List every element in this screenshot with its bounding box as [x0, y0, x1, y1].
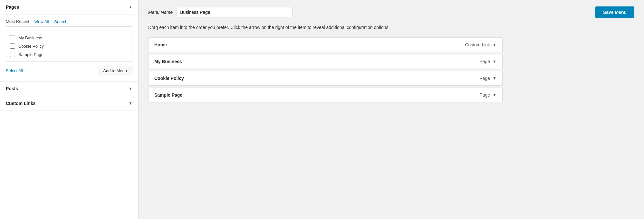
menu-item-mybusiness-type: Page — [479, 59, 490, 64]
tab-view-all[interactable]: View All — [34, 19, 49, 26]
menu-item-home-right: Custom Link ▼ — [465, 42, 496, 47]
menu-item-samplepage-right: Page ▼ — [479, 92, 496, 98]
cookie-policy-label[interactable]: Cookie Policy — [18, 44, 44, 49]
menu-name-group: Menu Name — [148, 7, 293, 17]
custom-links-section-title: Custom Links — [6, 101, 36, 106]
sample-page-label[interactable]: Sample Page — [18, 52, 43, 57]
table-row: My Business Page ▼ — [148, 54, 503, 69]
menu-item-home-name: Home — [154, 42, 167, 47]
pages-tabs-row: Most Recent View All Search — [6, 19, 132, 27]
cookie-policy-checkbox[interactable] — [10, 43, 15, 49]
pages-chevron-up-icon: ▲ — [129, 5, 132, 9]
posts-section: Posts ▼ — [0, 81, 138, 96]
right-panel: Menu Name Save Menu Drag each item into … — [139, 0, 644, 219]
custom-links-section: Custom Links ▼ — [0, 96, 138, 111]
chevron-down-icon[interactable]: ▼ — [493, 93, 496, 97]
chevron-down-icon[interactable]: ▼ — [493, 76, 496, 81]
list-item: Cookie Policy — [10, 42, 128, 50]
posts-chevron-down-icon: ▼ — [129, 86, 132, 91]
my-business-label[interactable]: My Business — [18, 35, 42, 40]
menu-item-cookiepolicy-name: Cookie Policy — [154, 76, 184, 81]
pages-content: Most Recent View All Search My Business … — [0, 14, 138, 81]
my-business-checkbox[interactable] — [10, 35, 15, 40]
pages-section: Pages ▲ Most Recent View All Search My B… — [0, 0, 138, 81]
custom-links-chevron-down-icon: ▼ — [129, 101, 132, 106]
list-item: My Business — [10, 33, 128, 42]
tab-most-recent[interactable]: Most Recent — [6, 19, 29, 26]
chevron-down-icon[interactable]: ▼ — [493, 59, 496, 64]
sample-page-checkbox[interactable] — [10, 52, 15, 57]
menu-header: Menu Name Save Menu — [148, 6, 634, 18]
custom-links-section-header[interactable]: Custom Links ▼ — [0, 96, 138, 111]
left-panel: Pages ▲ Most Recent View All Search My B… — [0, 0, 139, 219]
menu-item-samplepage-name: Sample Page — [154, 92, 182, 98]
menu-name-label: Menu Name — [148, 10, 173, 15]
chevron-down-icon[interactable]: ▼ — [493, 43, 496, 47]
save-menu-button[interactable]: Save Menu — [595, 6, 634, 18]
table-row: Sample Page Page ▼ — [148, 88, 503, 102]
list-item: Sample Page — [10, 50, 128, 59]
table-row: Cookie Policy Page ▼ — [148, 71, 503, 86]
menu-item-mybusiness-name: My Business — [154, 59, 182, 64]
table-row: Home Custom Link ▼ — [148, 37, 503, 52]
pages-list: My Business Cookie Policy Sample Page — [6, 31, 132, 62]
menu-item-mybusiness-right: Page ▼ — [479, 59, 496, 64]
menu-name-input[interactable] — [177, 7, 293, 17]
posts-section-title: Posts — [6, 86, 18, 91]
menu-item-home-type: Custom Link — [465, 42, 490, 47]
menu-item-samplepage-type: Page — [479, 92, 490, 98]
menu-item-cookiepolicy-type: Page — [479, 76, 490, 81]
menu-items-list: Home Custom Link ▼ My Business Page ▼ Co… — [148, 37, 503, 102]
add-to-menu-button[interactable]: Add to Menu — [98, 66, 132, 75]
menu-item-cookiepolicy-right: Page ▼ — [479, 76, 496, 81]
pages-section-title: Pages — [6, 5, 19, 10]
pages-section-header[interactable]: Pages ▲ — [0, 0, 138, 14]
tab-search[interactable]: Search — [54, 19, 67, 26]
select-all-link[interactable]: Select All — [6, 68, 23, 73]
posts-section-header[interactable]: Posts ▼ — [0, 81, 138, 96]
pages-actions-row: Select All Add to Menu — [6, 66, 132, 75]
instruction-text: Drag each item into the order you prefer… — [148, 24, 503, 31]
